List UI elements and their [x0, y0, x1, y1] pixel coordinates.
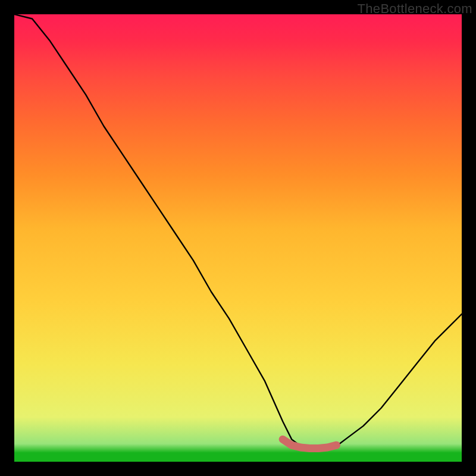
plot-area [14, 14, 462, 462]
chart-stage: TheBottleneck.com [0, 0, 476, 476]
optimum-marker [283, 439, 336, 448]
curve-layer [14, 14, 462, 462]
watermark-text: TheBottleneck.com [358, 1, 472, 17]
bottleneck-curve [14, 14, 462, 448]
